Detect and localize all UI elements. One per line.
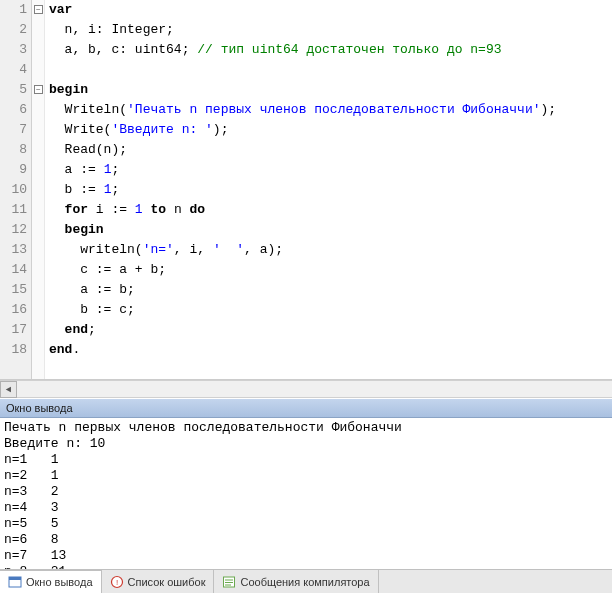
output-icon — [8, 575, 22, 589]
code-line[interactable]: begin — [49, 220, 612, 240]
bottom-tab-2[interactable]: Сообщения компилятора — [214, 570, 378, 593]
code-line[interactable]: Writeln('Печать n первых членов последов… — [49, 100, 612, 120]
code-body[interactable]: var n, i: Integer; a, b, c: uint64; // т… — [45, 0, 612, 379]
line-number: 10 — [0, 180, 27, 200]
line-number: 5 — [0, 80, 27, 100]
fold-column[interactable]: −− — [32, 0, 45, 379]
code-line[interactable]: a, b, c: uint64; // тип uint64 достаточе… — [49, 40, 612, 60]
line-number: 3 — [0, 40, 27, 60]
code-line[interactable]: Read(n); — [49, 140, 612, 160]
chevron-left-icon: ◄ — [6, 385, 11, 395]
code-line[interactable]: n, i: Integer; — [49, 20, 612, 40]
tab-label: Сообщения компилятора — [240, 576, 369, 588]
code-editor[interactable]: 123456789101112131415161718 −− var n, i:… — [0, 0, 612, 380]
code-line[interactable]: var — [49, 0, 612, 20]
code-line[interactable] — [49, 60, 612, 80]
output-panel-title: Окно вывода — [0, 398, 612, 418]
code-line[interactable]: for i := 1 to n do — [49, 200, 612, 220]
fold-toggle-icon[interactable]: − — [34, 85, 43, 94]
line-number: 12 — [0, 220, 27, 240]
line-number: 9 — [0, 160, 27, 180]
line-number: 15 — [0, 280, 27, 300]
line-number: 16 — [0, 300, 27, 320]
line-number: 18 — [0, 340, 27, 360]
line-number-gutter: 123456789101112131415161718 — [0, 0, 32, 379]
svg-rect-1 — [9, 577, 21, 580]
code-line[interactable]: end; — [49, 320, 612, 340]
line-number: 4 — [0, 60, 27, 80]
tab-label: Список ошибок — [128, 576, 206, 588]
svg-text:!: ! — [115, 578, 117, 587]
code-line[interactable]: Write('Введите n: '); — [49, 120, 612, 140]
line-number: 13 — [0, 240, 27, 260]
code-line[interactable]: begin — [49, 80, 612, 100]
horizontal-scrollbar[interactable]: ◄ — [0, 380, 612, 398]
bottom-tab-0[interactable]: Окно вывода — [0, 570, 102, 593]
tab-label: Окно вывода — [26, 576, 93, 588]
code-line[interactable]: writeln('n=', i, ' ', a); — [49, 240, 612, 260]
fold-toggle-icon[interactable]: − — [34, 5, 43, 14]
messages-icon — [222, 575, 236, 589]
bottom-tab-1[interactable]: !Список ошибок — [102, 570, 215, 593]
errors-icon: ! — [110, 575, 124, 589]
code-line[interactable]: b := c; — [49, 300, 612, 320]
code-line[interactable]: a := b; — [49, 280, 612, 300]
bottom-tabs: Окно вывода!Список ошибокСообщения компи… — [0, 569, 612, 593]
code-line[interactable]: a := 1; — [49, 160, 612, 180]
line-number: 8 — [0, 140, 27, 160]
line-number: 1 — [0, 0, 27, 20]
line-number: 6 — [0, 100, 27, 120]
code-line[interactable]: end. — [49, 340, 612, 360]
scroll-left-button[interactable]: ◄ — [0, 381, 17, 398]
line-number: 7 — [0, 120, 27, 140]
code-line[interactable]: c := a + b; — [49, 260, 612, 280]
line-number: 11 — [0, 200, 27, 220]
output-panel-body[interactable]: Печать n первых членов последовательност… — [0, 418, 612, 569]
line-number: 17 — [0, 320, 27, 340]
code-line[interactable]: b := 1; — [49, 180, 612, 200]
line-number: 14 — [0, 260, 27, 280]
line-number: 2 — [0, 20, 27, 40]
